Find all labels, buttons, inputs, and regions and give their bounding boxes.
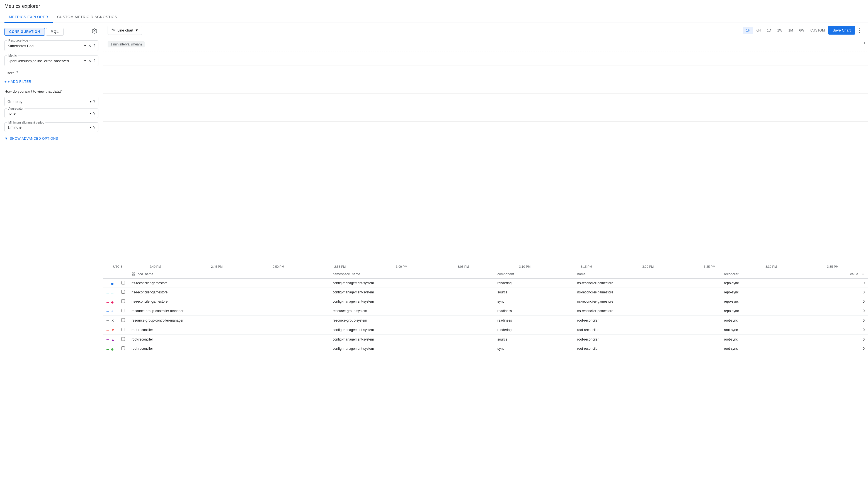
row-value: 0 (794, 297, 868, 306)
resource-type-clear-button[interactable]: ✕ (88, 43, 92, 48)
table-row: ns-reconciler-gamestore config-managemen… (103, 279, 868, 288)
tab-metrics-explorer[interactable]: METRICS EXPLORER (4, 11, 53, 23)
svg-rect-7 (132, 274, 133, 275)
group-by-help-icon[interactable]: ? (93, 99, 95, 104)
row-pod-name: root-reconciler (128, 335, 329, 344)
group-by-select[interactable]: Group by (8, 100, 88, 104)
metric-select-row: OpenCensus/pipeline_error_observed ▼ ✕ ? (4, 56, 98, 66)
table-row: ▲ root-reconciler config-management-syst… (103, 335, 868, 344)
time-tick-11: 3:35 PM (802, 265, 864, 268)
row-name: root-reconciler (574, 325, 721, 335)
table-header-row: pod_name namespace_name component name r… (103, 270, 868, 279)
row-reconciler: root-sync (721, 344, 794, 353)
row-checkbox[interactable] (121, 299, 125, 303)
row-component: readiness (494, 306, 574, 316)
row-checkbox-cell[interactable] (118, 325, 128, 335)
table-row: ns-reconciler-gamestore config-managemen… (103, 297, 868, 306)
time-btn-6h[interactable]: 6H (754, 27, 764, 34)
panel-tabs: CONFIGURATION MQL (4, 27, 98, 36)
time-tick-9: 3:25 PM (679, 265, 740, 268)
settings-button[interactable] (91, 27, 98, 36)
metric-select[interactable]: OpenCensus/pipeline_error_observed (8, 59, 83, 63)
add-filter-label: + ADD FILTER (8, 80, 31, 84)
time-tick-3: 2:55 PM (309, 265, 371, 268)
resource-type-label: Resource type (7, 39, 29, 42)
chart-svg (103, 38, 868, 133)
columns-settings-icon[interactable] (861, 272, 865, 276)
min-alignment-select[interactable]: 1 minute (8, 125, 88, 129)
add-filter-button[interactable]: + + ADD FILTER (4, 79, 31, 85)
min-alignment-label: Minimum alignment period (7, 121, 45, 124)
tab-mql[interactable]: MQL (46, 28, 63, 36)
row-component: rendering (494, 279, 574, 288)
time-tick-6: 3:10 PM (494, 265, 556, 268)
aggregator-help-icon[interactable]: ? (93, 111, 95, 115)
save-chart-button[interactable]: Save Chart (828, 26, 855, 34)
col-header-name[interactable]: name (574, 270, 721, 279)
main-layout: CONFIGURATION MQL Resource type Kubernet… (0, 23, 868, 495)
row-checkbox[interactable] (121, 281, 125, 284)
row-component: source (494, 335, 574, 344)
time-btn-1d[interactable]: 1D (764, 27, 774, 34)
row-checkbox[interactable] (121, 318, 125, 322)
show-advanced-options[interactable]: ▼ SHOW ADVANCED OPTIONS (4, 137, 98, 141)
row-checkbox[interactable] (121, 346, 125, 350)
time-tick-2: 2:50 PM (248, 265, 309, 268)
row-checkbox-cell[interactable] (118, 279, 128, 288)
row-checkbox[interactable] (121, 337, 125, 341)
min-alignment-field: Minimum alignment period 1 minute ▼ ? (4, 123, 98, 132)
time-btn-1h[interactable]: 1H (743, 27, 753, 34)
show-advanced-label: SHOW ADVANCED OPTIONS (10, 137, 58, 141)
col-header-namespace[interactable]: namespace_name (329, 270, 494, 279)
col-header-color (103, 270, 118, 279)
row-value: 0 (794, 335, 868, 344)
row-pod-name: resource-group-controller-manager (128, 316, 329, 325)
row-checkbox-cell[interactable] (118, 335, 128, 344)
time-tick-1: 2:45 PM (186, 265, 248, 268)
col-header-pod-name[interactable]: pod_name (128, 270, 329, 279)
metric-clear-button[interactable]: ✕ (88, 58, 92, 63)
row-namespace: resource-group-system (329, 306, 494, 316)
chart-area: 1 min interval (mean) 1 (103, 38, 868, 263)
row-checkbox[interactable] (121, 290, 125, 294)
aggregator-select[interactable]: none (8, 111, 88, 115)
chevron-down-advanced-icon: ▼ (4, 137, 8, 141)
row-name: ns-reconciler-gamestore (574, 297, 721, 306)
row-checkbox[interactable] (121, 328, 125, 331)
row-value: 0 (794, 288, 868, 297)
resource-type-help-icon[interactable]: ? (93, 43, 95, 48)
chart-y-label: 1 (864, 41, 865, 45)
tab-custom-metric-diagnostics[interactable]: CUSTOM METRIC DIAGNOSTICS (53, 11, 121, 23)
time-btn-6w[interactable]: 6W (796, 27, 807, 34)
utc-label: UTC-8 (113, 265, 122, 268)
col-header-value[interactable]: Value (794, 270, 868, 279)
app-title: Metrics explorer (0, 0, 868, 11)
tab-configuration[interactable]: CONFIGURATION (4, 28, 45, 36)
row-checkbox-cell[interactable] (118, 288, 128, 297)
time-btn-custom[interactable]: CUSTOM (808, 27, 827, 34)
row-checkbox-cell[interactable] (118, 344, 128, 353)
row-name: root-reconciler (574, 344, 721, 353)
filters-help-icon[interactable]: ? (16, 71, 18, 75)
time-btn-1m[interactable]: 1M (786, 27, 796, 34)
col-header-reconciler[interactable]: reconciler (721, 270, 794, 279)
row-checkbox-cell[interactable] (118, 297, 128, 306)
min-alignment-help-icon[interactable]: ? (93, 125, 95, 129)
row-color-cell (103, 344, 118, 353)
metric-help-icon[interactable]: ? (93, 59, 95, 63)
filters-row: Filters ? (4, 71, 98, 75)
row-checkbox[interactable] (121, 309, 125, 312)
resource-type-select[interactable]: Kubernetes Pod (8, 44, 83, 48)
chart-type-button[interactable]: Line chart ▼ (107, 26, 142, 35)
row-checkbox-cell[interactable] (118, 316, 128, 325)
col-header-component[interactable]: component (494, 270, 574, 279)
row-reconciler: root-sync (721, 325, 794, 335)
more-options-button[interactable]: ⋮ (856, 26, 864, 35)
row-checkbox-cell[interactable] (118, 306, 128, 316)
row-name: root-reconciler (574, 335, 721, 344)
time-btn-1w[interactable]: 1W (775, 27, 785, 34)
row-value: 0 (794, 344, 868, 353)
row-reconciler: repo-sync (721, 279, 794, 288)
row-color-cell: ▲ (103, 335, 118, 344)
row-namespace: config-management-system (329, 288, 494, 297)
